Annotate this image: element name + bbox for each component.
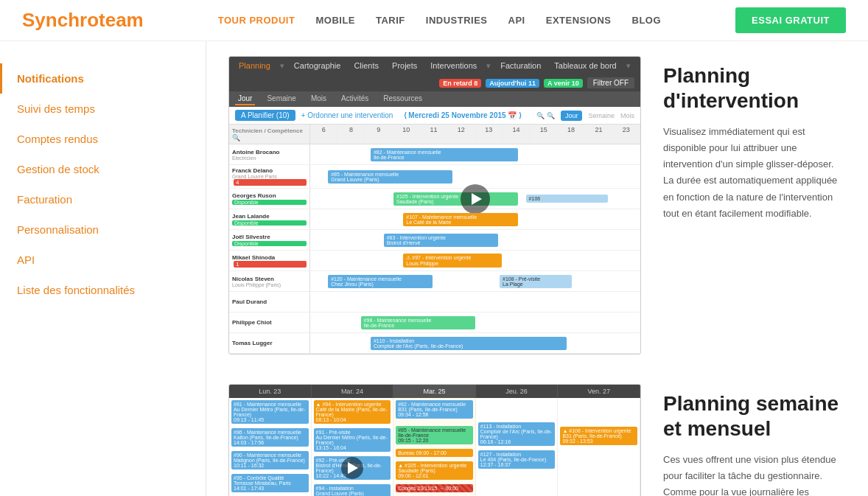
technicien-header: Technicien / Compétence 🔍 <box>229 125 310 144</box>
time-header: 6 8 9 10 11 12 13 14 15 18 21 23 <box>310 125 640 144</box>
worker-events[interactable]: #83 - Intervention urgenteBistrot d'Herv… <box>310 230 640 250</box>
week-event[interactable]: #82 - Maintenance mensuelle B31 (Paris, … <box>396 400 473 419</box>
table-row: Mikael Shinoda 1 ⚠ #97 - Intervention ur… <box>229 251 640 271</box>
search-icon[interactable]: 🔍 🔍 <box>536 112 555 119</box>
topbar-tableaux[interactable]: Tableaux de bord <box>550 60 620 71</box>
sidebar-item-suivi-temps[interactable]: Suivi des temps <box>0 94 206 124</box>
week-event-conges: Congés 23/11/15 → 00:00 <box>396 484 473 492</box>
week-event[interactable]: #127 - Installation Le 404 (Paris, Ile-d… <box>478 450 556 469</box>
week-event[interactable]: #95 - Contrôle Qualité Terrasse Mirabeau… <box>231 474 309 492</box>
event-item[interactable]: #110 - InstallationComptoir de l'Arc (Pa… <box>371 337 567 350</box>
week-col-mar25: #82 - Maintenance mensuelle B31 (Paris, … <box>393 398 476 496</box>
worker-events[interactable] <box>310 292 640 312</box>
worker-events[interactable]: ⚠ #97 - Intervention urgenteLouis Philip… <box>310 251 640 270</box>
btn-view-semaine[interactable]: Semaine <box>588 112 615 119</box>
planning-topbar: Planning ▾ Cartographie Clients Projets … <box>229 57 640 91</box>
event-item[interactable]: #98 - Maintenance mensuelleIle-de-France <box>361 316 475 329</box>
subtab-jour[interactable]: Jour <box>235 93 255 105</box>
topbar-clients[interactable]: Clients <box>350 60 382 71</box>
nav-blog[interactable]: BLOG <box>632 15 662 26</box>
nav-industries[interactable]: INDUSTRIES <box>426 15 488 26</box>
week-event[interactable]: #81 - Maintenance mensuelle Au Dernier M… <box>231 400 309 424</box>
essai-gratuit-button[interactable]: ESSAI GRATUIT <box>735 7 846 33</box>
week-event[interactable]: ▲ #94 - Intervention urgente Café de la … <box>314 400 391 424</box>
subtab-ressources[interactable]: Ressources <box>380 93 425 105</box>
btn-add-intervention[interactable]: + Ordonner une intervention <box>301 111 393 119</box>
nav-api[interactable]: API <box>508 15 525 26</box>
worker-events[interactable]: #82 - Maintenance mensuelleIle-de-France <box>310 144 640 164</box>
topbar-interventions[interactable]: Interventions <box>427 60 480 71</box>
event-item[interactable]: #82 - Maintenance mensuelleIle-de-France <box>371 148 518 161</box>
nav-tarif[interactable]: TARIF <box>376 15 405 26</box>
event-item[interactable]: #105 - Intervention urgenteSaudade (Pari… <box>393 192 518 206</box>
week-header: Lun. 23 Mar. 24 Mar. 25 Jeu. 26 Ven. 27 <box>229 385 640 398</box>
worker-events[interactable]: #110 - InstallationComptoir de l'Arc (Pa… <box>310 333 640 353</box>
sidebar-item-liste-fonctionnalites[interactable]: Liste des fonctionnalités <box>0 275 206 305</box>
badge-a-venir: A venir 10 <box>544 79 583 88</box>
week-event[interactable]: #92 - Pré-visite Bistrot d'Hervé (Paris,… <box>314 456 391 480</box>
sidebar-item-facturation[interactable]: Facturation <box>0 184 206 214</box>
table-row: Antoine Brocano Electricien #82 - Mainte… <box>229 144 640 165</box>
btn-view-jour[interactable]: Jour <box>561 111 583 121</box>
subtab-mois[interactable]: Mois <box>308 93 329 105</box>
table-row: Jean Lalande Disponible #107 - Maintenan… <box>229 209 640 230</box>
topbar-planning[interactable]: Planning <box>235 60 274 71</box>
worker-name: Franck Delano Grand Louvre Paris 4 <box>229 165 310 188</box>
event-item[interactable]: ⚠ #97 - Intervention urgenteLouis Philip… <box>403 254 501 268</box>
badge-aujourd-hui: Aujourd'hui 11 <box>486 79 539 88</box>
filter-button[interactable]: Filtrer OFF <box>587 77 634 88</box>
topbar-right: En retard 8 Aujourd'hui 11 A venir 10 Fi… <box>439 77 634 88</box>
sidebar-item-comptes-rendus[interactable]: Comptes rendus <box>0 124 206 154</box>
section-planning-jour-title: Planning d'intervention <box>663 63 846 113</box>
main-nav: TOUR PRODUIT MOBILE TARIF INDUSTRIES API… <box>218 15 661 26</box>
week-event[interactable]: #91 - Pré-visite Au Dernier Métro (Paris… <box>314 428 391 452</box>
subtab-semaine[interactable]: Semaine <box>264 93 298 105</box>
worker-events[interactable]: #98 - Maintenance mensuelleIle-de-France <box>310 312 640 332</box>
worker-name: Jean Lalande Disponible <box>229 209 310 229</box>
section-planning-jour-text: Planning d'intervention Visualisez imméd… <box>663 56 846 222</box>
event-item[interactable]: #106 <box>526 195 608 203</box>
event-item[interactable]: #120 - Maintenance mensuelleChez Jinou (… <box>328 275 433 288</box>
play-button[interactable] <box>341 457 363 479</box>
week-event[interactable]: #94 - Installation Grand Louvre (Paris) … <box>314 484 391 496</box>
date-display: ⟨ Mercredi 25 Novembre 2015 📅 ⟩ <box>404 111 522 119</box>
week-body: #81 - Maintenance mensuelle Au Dernier M… <box>229 398 640 496</box>
week-event[interactable]: Bureau 09:00 - 17:00 <box>396 449 473 457</box>
event-item[interactable]: #85 - Maintenance mensuelleGrand Louvre … <box>328 170 452 184</box>
worker-events[interactable]: #105 - Intervention urgenteSaudade (Pari… <box>310 189 640 209</box>
logo-text-main: Synchro <box>22 9 99 31</box>
sidebar-item-gestion-stock[interactable]: Gestion de stock <box>0 154 206 184</box>
event-item[interactable]: #107 - Maintenance mensuelleLe Café de l… <box>403 213 517 226</box>
section-planning-semaine: Lun. 23 Mar. 24 Mar. 25 Jeu. 26 Ven. 27 … <box>228 384 846 496</box>
worker-events[interactable]: #107 - Maintenance mensuelleLe Café de l… <box>310 209 640 229</box>
nav-tour-produit[interactable]: TOUR PRODUIT <box>218 15 295 26</box>
topbar-carto[interactable]: Cartographie <box>290 60 345 71</box>
sidebar-item-personnalisation[interactable]: Personnalisation <box>0 214 206 245</box>
worker-name: Antoine Brocano Electricien <box>229 144 310 164</box>
screenshot-planning-semaine: Lun. 23 Mar. 24 Mar. 25 Jeu. 26 Ven. 27 … <box>228 384 641 496</box>
btn-view-mois[interactable]: Mois <box>620 112 634 119</box>
topbar-facturation[interactable]: Facturation <box>497 60 545 71</box>
table-row: Paul Durand <box>229 292 640 312</box>
week-event[interactable]: ▲ #105 - Intervention urgente Saudade (P… <box>396 461 473 480</box>
week-event[interactable]: ▲ #106 - Intervention urgente B31 (Paris… <box>560 427 637 445</box>
subtab-activites[interactable]: Activités <box>338 93 371 105</box>
logo-text-accent: team <box>99 9 144 31</box>
event-item[interactable]: #108 - Pré-visiteLa Plage <box>500 275 572 288</box>
week-event[interactable]: #113 - Installation Comptoir de l'Arc (P… <box>478 422 556 446</box>
section-planning-semaine-text: Planning semaine et mensuel Ces vues off… <box>663 384 846 496</box>
worker-events[interactable]: #120 - Maintenance mensuelleChez Jinou (… <box>310 271 640 291</box>
event-item[interactable]: #83 - Intervention urgenteBistrot d'Herv… <box>384 234 498 247</box>
week-event[interactable]: #85 - Maintenance mensuelle Ile-de-Franc… <box>396 426 473 444</box>
sidebar-item-api[interactable]: API <box>0 245 206 275</box>
week-event[interactable]: #86 - Maintenance mensuelle Kalton (Pari… <box>231 428 309 447</box>
topbar-projets[interactable]: Projets <box>388 60 421 71</box>
sidebar-item-notifications[interactable]: Notifications <box>0 63 206 94</box>
logo[interactable]: Synchroteam <box>22 9 144 32</box>
btn-planifier[interactable]: A Planifier (10) <box>235 110 295 121</box>
nav-extensions[interactable]: EXTENSIONS <box>546 15 612 26</box>
week-event[interactable]: #90 - Maintenance mensuelle Matignon (Pa… <box>231 451 309 469</box>
table-row: Nicolas Steven Louis Philippe (Paris) #1… <box>229 271 640 292</box>
nav-mobile[interactable]: MOBILE <box>315 15 355 26</box>
site-header: Synchroteam TOUR PRODUIT MOBILE TARIF IN… <box>0 0 868 41</box>
